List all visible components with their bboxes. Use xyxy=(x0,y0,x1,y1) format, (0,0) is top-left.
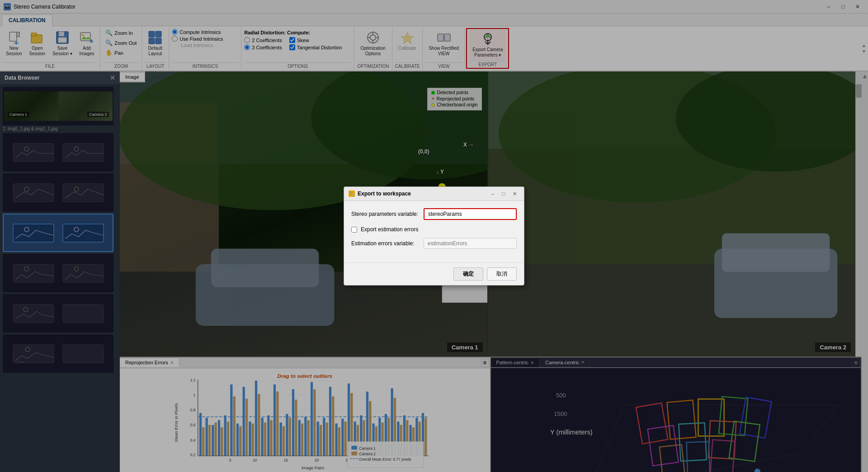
modal-titlebar-buttons: – □ ✕ xyxy=(488,190,519,198)
modal-cancel-button[interactable]: 取消 xyxy=(487,267,517,281)
modal-footer: 确定 取消 xyxy=(344,262,524,285)
estimation-errors-input[interactable] xyxy=(424,238,517,249)
modal-title: 🔧 Export to workspace xyxy=(349,191,411,197)
modal-overlay: 🔧 Export to workspace – □ ✕ Stereo param… xyxy=(0,0,868,472)
export-errors-checkbox[interactable] xyxy=(351,227,357,233)
modal-body: Stereo parameters variable: Export estim… xyxy=(344,201,524,262)
export-errors-row: Export estimation errors xyxy=(351,226,517,233)
modal-title-icon: 🔧 xyxy=(349,191,355,197)
modal-titlebar: 🔧 Export to workspace – □ ✕ xyxy=(344,187,524,201)
export-errors-label: Export estimation errors xyxy=(361,226,418,233)
stereo-params-input[interactable] xyxy=(424,208,517,220)
modal-minimize-button[interactable]: – xyxy=(488,190,498,198)
modal-maximize-button[interactable]: □ xyxy=(499,190,509,198)
modal-title-text: Export to workspace xyxy=(358,191,411,197)
stereo-params-label: Stereo parameters variable: xyxy=(351,211,424,217)
modal-ok-button[interactable]: 确定 xyxy=(453,267,483,281)
stereo-params-row: Stereo parameters variable: xyxy=(351,208,517,220)
modal-close-button[interactable]: ✕ xyxy=(509,190,519,198)
estimation-errors-row: Estimation errors variable: xyxy=(351,238,517,249)
estimation-errors-label: Estimation errors variable: xyxy=(351,240,424,247)
export-workspace-modal: 🔧 Export to workspace – □ ✕ Stereo param… xyxy=(344,186,524,286)
